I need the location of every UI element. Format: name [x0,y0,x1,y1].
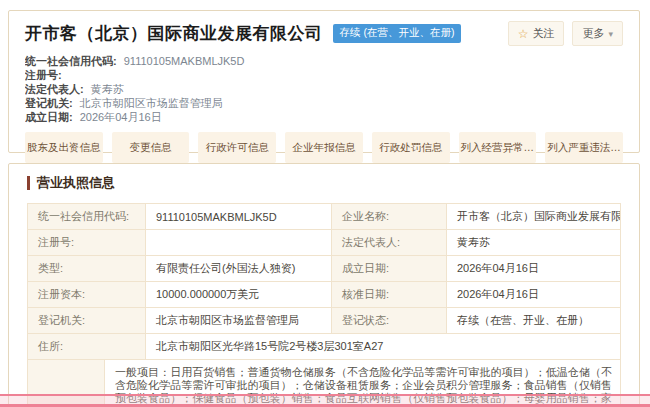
field-label: 注册号: [28,230,146,256]
table-row: 统一社会信用代码: 91110105MAKBMLJK5D 企业名称: 开市客（北… [28,204,621,230]
page: 开市客（北京）国际商业发展有限公司 存续 (在营、开业、在册) ☆ 关注 更多 … [0,0,650,407]
license-card: 营业执照信息 统一社会信用代码: 91110105MAKBMLJK5D 企业名称… [8,163,640,407]
field-value: 有限责任公司(外国法人独资) [146,256,332,282]
field-label: 类型: [28,256,146,282]
tab-shareholders[interactable]: 股东及出资信息 [25,132,103,163]
tab-admin-penalty[interactable]: 行政处罚信息 [372,132,450,163]
field-value: 10000.000000万美元 [146,282,332,308]
section-title: 营业执照信息 [27,174,621,192]
field-label: 企业名称: [332,204,447,230]
license-table: 统一社会信用代码: 91110105MAKBMLJK5D 企业名称: 开市客（北… [27,203,621,360]
company-header-card: 开市客（北京）国际商业发展有限公司 存续 (在营、开业、在册) ☆ 关注 更多 … [8,10,640,153]
info-value: 北京市朝阳区市场监督管理局 [80,97,223,109]
table-row-business-scope: 经营范围: 一般项目：日用百货销售；普通货物仓储服务（不含危险化学品等需许可审批… [27,360,621,407]
more-label: 更多 [582,26,604,41]
field-label: 住所: [28,334,146,360]
table-row: 登记机关: 北京市朝阳区市场监督管理局 登记状态: 存续（在营、开业、在册） [28,308,621,334]
field-label: 登记状态: [332,308,447,334]
tab-admin-license[interactable]: 行政许可信息 [198,132,276,163]
info-label: 注册号: [25,69,62,81]
info-tabs: 股东及出资信息 变更信息 行政许可信息 企业年报信息 行政处罚信息 列入经营异常… [25,132,623,163]
info-value: 2026年04月16日 [80,111,162,123]
field-label: 登记机关: [28,308,146,334]
business-scope-text: 一般项目：日用百货销售；普通货物仓储服务（不含危险化学品等需许可审批的项目）；低… [105,360,620,407]
field-label: 核准日期: [332,282,447,308]
field-value: 开市客（北京）国际商业发展有限公司 [447,204,621,230]
section-title-text: 营业执照信息 [37,174,115,192]
follow-button[interactable]: ☆ 关注 [508,21,565,46]
company-info-lines: 统一社会信用代码: 91110105MAKBMLJK5D 注册号: 法定代表人:… [25,54,623,124]
table-row: 类型: 有限责任公司(外国法人独资) 成立日期: 2026年04月16日 [28,256,621,282]
info-label: 法定代表人: [25,83,84,95]
field-value [146,230,332,256]
company-name: 开市客（北京）国际商业发展有限公司 [25,22,323,45]
field-label: 注册资本: [28,282,146,308]
field-label: 法定代表人: [332,230,447,256]
follow-label: 关注 [532,26,554,41]
field-value: 2026年04月16日 [447,256,621,282]
tab-annual-report[interactable]: 企业年报信息 [285,132,363,163]
table-row: 注册号: 法定代表人: 黄寿苏 [28,230,621,256]
info-line-credit-code: 统一社会信用代码: 91110105MAKBMLJK5D [25,54,623,68]
info-line-founded: 成立日期: 2026年04月16日 [25,110,623,124]
info-line-reg-number: 注册号: [25,68,623,82]
field-value: 91110105MAKBMLJK5D [146,204,332,230]
table-row: 注册资本: 10000.000000万美元 核准日期: 2026年04月16日 [28,282,621,308]
tab-abnormal-list[interactable]: 列入经营异常名录... [459,132,537,163]
tab-changes[interactable]: 变更信息 [112,132,190,163]
section-title-bar-icon [27,176,30,190]
info-line-legal-rep: 法定代表人: 黄寿苏 [25,82,623,96]
field-label-scope: 经营范围: [28,360,105,407]
info-label: 统一社会信用代码: [25,55,117,67]
field-label: 统一社会信用代码: [28,204,146,230]
star-icon: ☆ [518,28,529,40]
tab-serious-violation[interactable]: 列入严重违法失信... [545,132,623,163]
field-label: 成立日期: [332,256,447,282]
info-value: 91110105MAKBMLJK5D [124,55,245,67]
info-label: 成立日期: [25,111,73,123]
info-line-registry: 登记机关: 北京市朝阳区市场监督管理局 [25,96,623,110]
field-value: 2026年04月16日 [447,282,621,308]
field-value: 存续（在营、开业、在册） [447,308,621,334]
info-label: 登记机关: [25,97,73,109]
field-value: 北京市朝阳区市场监督管理局 [146,308,332,334]
info-value: 黄寿苏 [91,83,124,95]
more-button[interactable]: 更多 ▾ [572,21,623,46]
table-row-address: 住所: 北京市朝阳区光华路15号院2号楼3层301室A27 [28,334,621,360]
header-actions: ☆ 关注 更多 ▾ [508,21,623,46]
title-row: 开市客（北京）国际商业发展有限公司 存续 (在营、开业、在册) ☆ 关注 更多 … [25,21,623,46]
field-value: 黄寿苏 [447,230,621,256]
field-value-address: 北京市朝阳区光华路15号院2号楼3层301室A27 [146,334,621,360]
caret-down-icon: ▾ [608,29,613,39]
status-badge: 存续 (在营、开业、在册) [333,24,462,43]
